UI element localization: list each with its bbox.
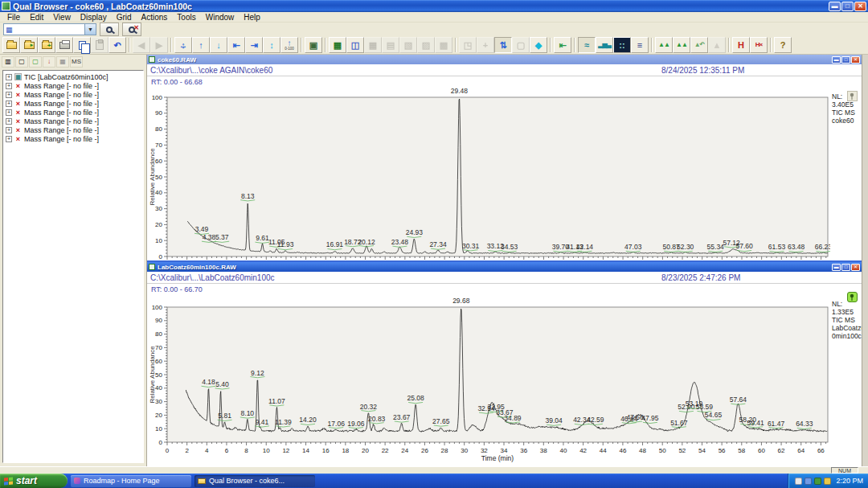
split-view-button[interactable]: ⇅ (494, 37, 512, 53)
expand-icon[interactable]: + (6, 74, 12, 80)
pane2-close-button[interactable]: ✕ (851, 264, 860, 271)
pane1-minimize-button[interactable]: ▬ (832, 56, 841, 64)
tree-item-7[interactable]: +×Mass Range [- no file -] (3, 134, 143, 143)
view-list-button[interactable]: ≡ (631, 37, 649, 53)
apply-page-icon[interactable]: ▢ (29, 56, 42, 68)
maximize-button[interactable]: □ (841, 2, 854, 11)
x-tick-label: 26 (421, 447, 428, 454)
chromatogram-labcoatz60min100c[interactable]: 0102030405060708090100024681012141618202… (149, 295, 830, 462)
clear-find-button[interactable]: ✕ (122, 23, 141, 36)
tree-item-0[interactable]: +▦TIC [LabCoatz60min100c] (3, 72, 143, 81)
header-off-button[interactable]: H× (750, 37, 768, 53)
sort-icon[interactable]: ↓ (43, 56, 55, 68)
help-button[interactable]: ? (774, 37, 792, 53)
update-icon[interactable] (814, 478, 821, 485)
open-result-file-button[interactable] (20, 37, 38, 53)
peak-label: 14.20 (299, 416, 317, 424)
expand-icon[interactable]: + (6, 92, 12, 98)
toolbar-separator (301, 38, 302, 52)
menu-grid[interactable]: Grid (112, 13, 137, 22)
header-on-button[interactable]: H (732, 37, 750, 53)
expand-icon[interactable]: + (6, 109, 12, 116)
volume-icon[interactable] (824, 478, 831, 485)
folder-icon (198, 478, 206, 484)
x-tick-label: 66 (817, 447, 825, 454)
pane2-minimize-button[interactable]: ▬ (832, 264, 841, 271)
display-all-button[interactable]: ↔↕ (174, 37, 192, 53)
menu-file[interactable]: File (2, 13, 25, 22)
tree-item-6[interactable]: +×Mass Range [- no file -] (3, 125, 143, 134)
copy-button[interactable] (73, 37, 91, 53)
axis-setup-button[interactable]: ⇤ (554, 37, 571, 53)
menu-edit[interactable]: Edit (25, 13, 48, 22)
close-button[interactable]: ✕ (854, 2, 866, 11)
chromatogram-ranges-tree[interactable]: +▦TIC [LabCoatz60min100c]+×Mass Range [-… (2, 70, 144, 463)
cell-info-icon[interactable]: ▥ (2, 56, 14, 68)
pan-right-button[interactable]: ⇥ (245, 37, 263, 53)
menu-help[interactable]: Help (239, 13, 265, 22)
print-button[interactable] (55, 37, 73, 53)
start-button[interactable]: start (0, 474, 68, 488)
view-profile-button[interactable]: ≈ (578, 37, 596, 53)
clear-peak-detection-button[interactable]: ▲↶ (690, 37, 708, 53)
pan-left-button[interactable]: ⇤ (227, 37, 245, 53)
peak-detection-button[interactable]: ▲▲ (655, 37, 673, 53)
pin-cell-button[interactable]: ◆ (530, 37, 547, 53)
menu-actions[interactable]: Actions (137, 13, 173, 22)
chromatogram-coke60[interactable]: 0102030405060708090100Relative Abundance… (149, 88, 830, 260)
toolbar-separator (651, 38, 653, 52)
normalize-button[interactable]: ↑0-100 (280, 37, 298, 53)
pen-icon[interactable] (795, 478, 802, 485)
expand-icon[interactable]: + (6, 118, 12, 125)
new-page-icon[interactable]: ▢ (15, 56, 28, 68)
minimize-button[interactable]: ▬ (829, 2, 841, 11)
menu-view[interactable]: View (48, 13, 76, 22)
combo-dropdown-arrow[interactable]: ▼ (84, 24, 96, 35)
menu-display[interactable]: Display (76, 13, 112, 22)
menu-tools[interactable]: Tools (172, 13, 200, 22)
open-sequence-button[interactable] (38, 37, 55, 53)
autorange-button[interactable]: ↕ (263, 37, 280, 53)
menu-window[interactable]: Window (201, 13, 240, 22)
ms-page-icon[interactable]: MS (70, 56, 83, 68)
tree-item-4[interactable]: +×Mass Range [- no file -] (3, 108, 143, 117)
cell-type-combobox[interactable]: ▦ ▼ (3, 23, 96, 35)
display-options-button[interactable]: ▣ (305, 37, 322, 53)
tree-item-1[interactable]: +×Mass Range [- no file -] (3, 81, 143, 90)
add-cell-button[interactable]: ◫ (346, 37, 364, 53)
pane1-close-button[interactable]: ✕ (851, 56, 860, 64)
x-tick-label: 30 (461, 447, 468, 454)
view-stick-button[interactable]: ▂▅▃ (596, 37, 613, 53)
undo-button[interactable]: ↶ (108, 37, 126, 53)
peak-label: 27.65 (432, 417, 450, 425)
open-raw-file-button[interactable] (2, 37, 20, 53)
insert-cell-button[interactable]: ▦ (329, 37, 346, 53)
pane1-titlebar[interactable]: coke60.RAW ▬ □ ✕ (147, 55, 862, 64)
taskbar-task-roadmap[interactable]: Roadmap - Home Page (71, 475, 191, 487)
expand-icon[interactable]: + (6, 83, 12, 89)
nl-line: NL: (832, 300, 862, 308)
pane2-maximize-button[interactable]: □ (841, 264, 850, 271)
tree-item-3[interactable]: +×Mass Range [- no file -] (3, 99, 143, 108)
window-edge-strip (862, 55, 868, 466)
find-button[interactable] (100, 23, 119, 36)
taskbar-task-qual[interactable]: Qual Browser - coke6... (194, 475, 315, 487)
zoom-down-button[interactable]: ↓ (210, 37, 227, 53)
expand-icon[interactable]: + (6, 100, 12, 107)
no-file-icon: × (14, 100, 22, 108)
expand-icon[interactable]: + (6, 127, 12, 133)
toolbar-separator (129, 38, 130, 52)
pane2-titlebar[interactable]: LabCoatz60min100c.RAW ▬ □ ✕ (147, 262, 862, 272)
no-file-icon: × (14, 91, 22, 99)
tree-item-2[interactable]: +×Mass Range [- no file -] (3, 90, 143, 99)
peak-detection-all-button[interactable]: ▲▲ (673, 37, 690, 53)
expand-icon[interactable]: + (6, 136, 12, 142)
view-map-button[interactable]: :: (613, 37, 631, 53)
zoom-up-button[interactable]: ↑ (192, 37, 210, 53)
pane1-maximize-button[interactable]: □ (841, 56, 850, 64)
x-tick-label: 46 (619, 447, 626, 454)
tree-item-5[interactable]: +×Mass Range [- no file -] (3, 117, 143, 125)
display-icon[interactable] (805, 478, 812, 485)
grid-page-icon[interactable]: ▦ (56, 56, 69, 68)
peak-label: 34.89 (504, 414, 522, 422)
